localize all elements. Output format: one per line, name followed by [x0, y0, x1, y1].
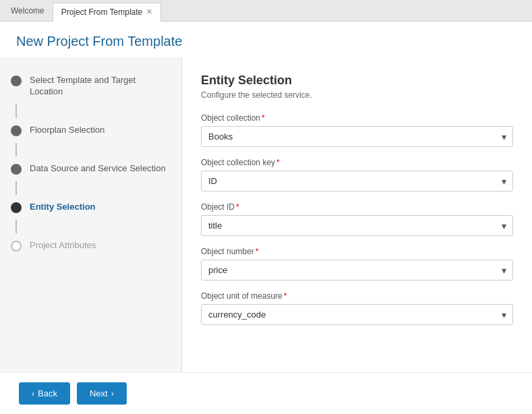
step-label-1: Select Template and Target Location [30, 75, 171, 98]
step-circle-2 [11, 125, 22, 136]
step-project-attributes[interactable]: Project Attributes [0, 233, 181, 258]
next-button[interactable]: Next › [77, 382, 127, 405]
section-subtitle: Configure the selected service. [201, 90, 513, 100]
label-object-unit: Object unit of measure* [201, 291, 513, 301]
content-area: Select Template and Target Location Floo… [0, 57, 532, 372]
tab-bar: Welcome Project From Template ✕ [0, 0, 532, 22]
steps-panel: Select Template and Target Location Floo… [0, 57, 182, 372]
select-object-collection-key[interactable]: ID UUID code [201, 171, 513, 191]
step-circle-4 [11, 202, 22, 213]
form-group-object-number: Object number* price quantity stock [201, 247, 513, 280]
step-circle-3 [11, 164, 22, 175]
tab-welcome[interactable]: Welcome [3, 1, 53, 20]
step-select-template[interactable]: Select Template and Target Location [0, 68, 181, 105]
tab-project-label: Project From Template [61, 7, 143, 17]
step-connector-1 [16, 105, 17, 118]
next-label: Next [90, 388, 108, 398]
step-circle-5 [11, 241, 22, 252]
tab-project-from-template[interactable]: Project From Template ✕ [53, 3, 162, 22]
step-connector-3 [16, 181, 17, 195]
main-container: New Project From Template Select Templat… [0, 22, 532, 414]
select-wrapper-object-unit: currency_code unit measure [201, 304, 513, 325]
step-entity-selection[interactable]: Entity Selection [0, 195, 181, 220]
select-wrapper-object-number: price quantity stock [201, 260, 513, 280]
label-object-id: Object ID* [201, 202, 513, 212]
label-object-collection: Object collection* [201, 113, 513, 123]
tab-close-icon[interactable]: ✕ [146, 7, 152, 16]
back-label: Back [38, 388, 57, 398]
select-wrapper-object-collection-key: ID UUID code [201, 171, 513, 191]
back-arrow-icon: ‹ [32, 389, 34, 398]
form-panel: Entity Selection Configure the selected … [182, 57, 532, 372]
step-connector-4 [16, 220, 17, 233]
label-object-number: Object number* [201, 247, 513, 256]
tab-welcome-label: Welcome [11, 6, 45, 16]
label-object-collection-key: Object collection key* [201, 158, 513, 167]
section-title: Entity Selection [201, 73, 513, 88]
back-button[interactable]: ‹ Back [19, 382, 70, 405]
step-label-4: Entity Selection [30, 202, 96, 213]
next-arrow-icon: › [111, 389, 114, 398]
step-label-2: Floorplan Selection [30, 125, 105, 136]
step-data-source[interactable]: Data Source and Service Selection [0, 156, 181, 181]
select-wrapper-object-id: title name description [201, 215, 513, 236]
page-title: New Project From Template [0, 22, 532, 57]
form-group-object-unit: Object unit of measure* currency_code un… [201, 291, 513, 325]
step-label-5: Project Attributes [30, 240, 96, 252]
select-wrapper-object-collection: Books Authors Publishers [201, 126, 513, 147]
form-group-object-id: Object ID* title name description [201, 202, 513, 236]
select-object-id[interactable]: title name description [201, 215, 513, 236]
footer-bar: ‹ Back Next › [0, 372, 532, 414]
select-object-unit[interactable]: currency_code unit measure [201, 304, 513, 325]
step-label-3: Data Source and Service Selection [30, 163, 166, 175]
select-object-number[interactable]: price quantity stock [201, 260, 513, 280]
step-floorplan[interactable]: Floorplan Selection [0, 118, 181, 143]
step-connector-2 [16, 143, 17, 156]
select-object-collection[interactable]: Books Authors Publishers [201, 126, 513, 147]
step-circle-1 [11, 76, 22, 86]
form-group-object-collection: Object collection* Books Authors Publish… [201, 113, 513, 147]
form-group-object-collection-key: Object collection key* ID UUID code [201, 158, 513, 191]
